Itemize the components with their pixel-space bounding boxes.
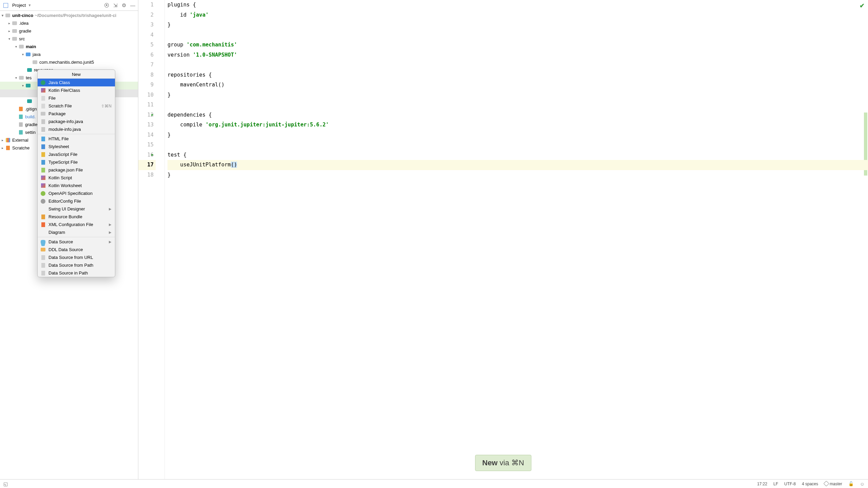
status-indent[interactable]: 4 spaces — [802, 482, 818, 486]
popup-item[interactable]: OpenAPI Specification — [38, 189, 115, 197]
gear-icon[interactable]: ⚙ — [122, 2, 126, 8]
run-gutter-icon[interactable]: ▶ — [151, 150, 154, 160]
gutter-line[interactable]: 18 — [138, 170, 156, 180]
code-line[interactable]: compile 'org.junit.jupiter:junit-jupiter… — [167, 120, 868, 130]
status-line-ending[interactable]: LF — [773, 482, 778, 486]
gutter[interactable]: 123456789101112▶13141516▶1718 — [138, 0, 165, 488]
mi-kotlin-icon — [40, 88, 46, 93]
tree-item[interactable]: ▾java — [0, 50, 138, 58]
popup-item[interactable]: Java Class — [38, 79, 115, 86]
popup-item[interactable]: XML Configuration File▶ — [38, 221, 115, 228]
popup-item[interactable]: Resource Bundle — [38, 213, 115, 221]
run-gutter-icon[interactable]: ▶ — [151, 110, 154, 120]
gutter-line[interactable]: 3 — [138, 20, 156, 30]
tree-root[interactable]: ▾ unit-cinco ~/Documents/Projects/trisha… — [0, 12, 138, 19]
code-line[interactable]: repositories { — [167, 70, 868, 80]
mi-ts-icon — [40, 160, 46, 165]
code-line[interactable]: version '1.0-SNAPSHOT' — [167, 50, 868, 60]
project-panel: Project ▼ ⦿ ⇲ ⚙ — ▾ unit-cinco ~/Documen… — [0, 0, 138, 488]
code-line[interactable]: } — [167, 90, 868, 100]
panel-title[interactable]: Project — [12, 3, 26, 8]
gutter-line[interactable]: 15 — [138, 140, 156, 150]
popup-item-label: Data Source from Path — [48, 263, 93, 268]
gutter-line[interactable]: 11 — [138, 100, 156, 110]
code-line[interactable]: } — [167, 130, 868, 140]
mi-dbstack-icon — [40, 239, 46, 245]
popup-item[interactable]: Data Source from Path — [38, 261, 115, 269]
gutter-line[interactable]: 9 — [138, 80, 156, 90]
gutter-line[interactable]: 12▶ — [138, 110, 156, 120]
popup-item[interactable]: Data Source▶ — [38, 238, 115, 246]
popup-item[interactable]: Kotlin Worksheet — [38, 182, 115, 189]
gutter-line[interactable]: 1 — [138, 0, 156, 10]
minimize-icon[interactable]: — — [130, 2, 135, 8]
editor[interactable]: ✔ 123456789101112▶13141516▶1718 plugins … — [138, 0, 868, 488]
code-line[interactable]: plugins { — [167, 0, 868, 10]
popup-item[interactable]: File — [38, 94, 115, 102]
tree-item[interactable]: com.mechanitis.demo.junit5 — [0, 58, 138, 66]
gutter-line[interactable]: 13 — [138, 120, 156, 130]
mi-dbpath-icon — [40, 263, 46, 268]
popup-item-label: Data Source — [48, 239, 73, 244]
gutter-line[interactable]: 10 — [138, 90, 156, 100]
popup-item[interactable]: Data Source in Path — [38, 269, 115, 277]
tree-item[interactable]: ▾src — [0, 35, 138, 43]
mi-dbin-icon — [40, 270, 46, 276]
code-line[interactable] — [167, 30, 868, 40]
popup-item[interactable]: Data Source from URL — [38, 253, 115, 261]
popup-item[interactable]: Scratch File⇧⌘N — [38, 102, 115, 110]
popup-item[interactable]: HTML File — [38, 135, 115, 143]
popup-item[interactable]: EditorConfig File — [38, 197, 115, 205]
code-line[interactable]: dependencies { — [167, 110, 868, 120]
tree-item[interactable]: ▸.idea — [0, 19, 138, 27]
popup-item[interactable]: Package — [38, 110, 115, 118]
code-line[interactable]: mavenCentral() — [167, 80, 868, 90]
face-icon[interactable] — [860, 481, 865, 487]
statusbar-left-icon[interactable]: ◱ — [3, 481, 8, 487]
gutter-line[interactable]: 6 — [138, 50, 156, 60]
gutter-line[interactable]: 16▶ — [138, 150, 156, 160]
code-line[interactable] — [167, 140, 868, 150]
code-line[interactable]: } — [167, 170, 868, 180]
popup-item[interactable]: DDL Data Source — [38, 246, 115, 253]
code-line[interactable]: id 'java' — [167, 10, 868, 20]
popup-item-label: Java Class — [48, 80, 70, 85]
tree-item[interactable]: ▾main — [0, 43, 138, 50]
code-line[interactable]: test { — [167, 150, 868, 160]
gutter-line[interactable]: 8 — [138, 70, 156, 80]
popup-item[interactable]: TypeScript File — [38, 158, 115, 166]
popup-item[interactable]: package-info.java — [38, 118, 115, 125]
lock-icon[interactable] — [848, 481, 854, 486]
code-area[interactable]: plugins { id 'java'}group 'com.mechaniti… — [165, 0, 868, 488]
status-branch[interactable]: master — [824, 481, 842, 486]
popup-item[interactable]: Kotlin Script — [38, 174, 115, 182]
gutter-line[interactable]: 17 — [138, 160, 156, 170]
gutter-line[interactable]: 7 — [138, 60, 156, 70]
popup-item[interactable]: Diagram▶ — [38, 228, 115, 236]
code-line[interactable]: group 'com.mechanitis' — [167, 40, 868, 50]
project-icon — [3, 2, 9, 8]
popup-item[interactable]: Kotlin File/Class — [38, 86, 115, 94]
code-line[interactable]: useJUnitPlatform() — [167, 160, 868, 170]
target-icon[interactable]: ⦿ — [104, 2, 109, 8]
status-encoding[interactable]: UTF-8 — [784, 482, 796, 486]
code-line[interactable] — [167, 60, 868, 70]
code-line[interactable]: } — [167, 20, 868, 30]
gutter-line[interactable]: 5 — [138, 40, 156, 50]
tree-item[interactable]: ▸gradle — [0, 27, 138, 35]
popup-item[interactable]: package.json File — [38, 166, 115, 174]
popup-item[interactable]: module-info.java — [38, 125, 115, 133]
popup-item[interactable]: Swing UI Designer▶ — [38, 205, 115, 213]
popup-item-label: JavaScript File — [48, 152, 77, 157]
gutter-line[interactable]: 2 — [138, 10, 156, 20]
popup-item-label: EditorConfig File — [48, 199, 81, 204]
popup-item[interactable]: Stylesheet — [38, 143, 115, 150]
chevron-down-icon[interactable]: ▼ — [28, 3, 31, 7]
popup-item-label: Scratch File — [48, 103, 72, 108]
gutter-line[interactable]: 14 — [138, 130, 156, 140]
popup-item-label: package.json File — [48, 167, 83, 172]
popup-item[interactable]: JavaScript File — [38, 150, 115, 158]
expand-icon[interactable]: ⇲ — [113, 2, 118, 8]
code-line[interactable] — [167, 100, 868, 110]
gutter-line[interactable]: 4 — [138, 30, 156, 40]
